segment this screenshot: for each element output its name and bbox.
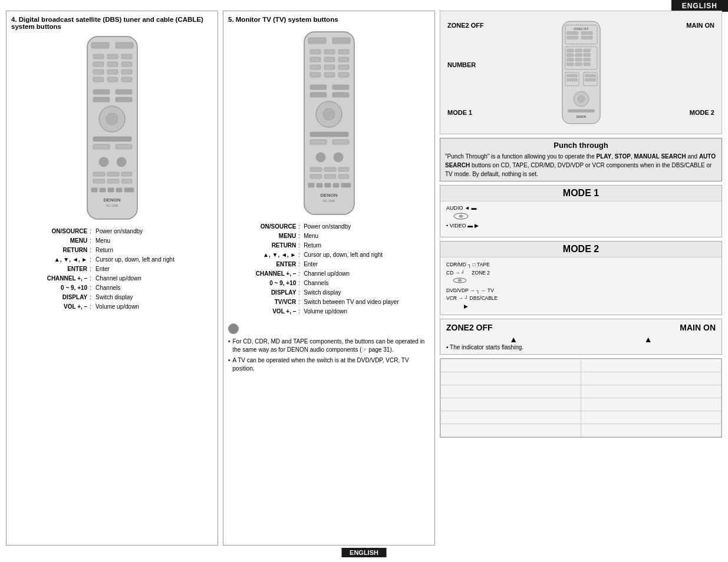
- svg-rect-61: [310, 140, 327, 144]
- mode1-cd-svg: [452, 212, 470, 220]
- dbs-btn-label: ENTER: [11, 265, 88, 274]
- svg-text:DENON: DENON: [320, 193, 337, 198]
- dbs-btn-colon: :: [88, 227, 94, 236]
- bottom-english-banner: ENGLISH: [341, 548, 387, 557]
- tv-btn-label: 0 ~ 9, +10: [228, 279, 297, 288]
- dbs-remote-area: DENON RC-1045: [11, 34, 213, 222]
- svg-rect-45: [310, 57, 321, 62]
- mode2-title: MODE 2: [440, 242, 722, 257]
- svg-rect-16: [116, 90, 132, 94]
- tv-btn-colon: :: [297, 307, 302, 316]
- svg-rect-22: [93, 144, 110, 149]
- dbs-btn-colon: :: [88, 265, 94, 274]
- right-section: ZONE2 OFF: [440, 11, 722, 546]
- dbs-button-list: ON/SOURCE : Power on/standby MENU : Menu…: [11, 227, 213, 312]
- tv-btn-label: MENU: [228, 232, 297, 241]
- svg-rect-25: [117, 157, 126, 167]
- dbs-btn-label: 0 ~ 9, +10: [11, 283, 88, 293]
- table-row: [441, 372, 722, 385]
- dbs-btn-label: ON/SOURCE: [11, 227, 88, 236]
- mode1-content: AUDIO ◄ ▬ • VIDEO ▬ ▶: [440, 201, 722, 237]
- tv-remote-area: DENON RC-1045: [228, 29, 430, 217]
- zone-section: ZONE2 OFF MAIN ON ▲ ▲ • The indicator st…: [440, 319, 722, 355]
- pt-text1: "Punch Through" is a function allowing y…: [445, 153, 597, 160]
- svg-rect-56: [310, 92, 327, 97]
- dbs-btn-label: CHANNEL +, –: [11, 274, 88, 283]
- tv-btn-label: RETURN: [228, 241, 297, 250]
- svg-rect-43: [324, 49, 335, 54]
- svg-rect-14: [121, 77, 132, 82]
- svg-rect-71: [308, 183, 314, 187]
- svg-rect-63: [316, 153, 325, 162]
- svg-rect-96: [575, 62, 582, 65]
- dbs-button-row: VOL +, – : Volume up/down: [11, 302, 213, 312]
- tv-remote-svg: DENON RC-1045: [295, 29, 363, 217]
- svg-rect-94: [583, 58, 590, 61]
- dbs-remote-svg: DENON RC-1045: [78, 34, 146, 222]
- svg-rect-3: [93, 54, 104, 59]
- bottom-data-table: [440, 359, 722, 437]
- dbs-btn-desc: Channels: [94, 283, 213, 293]
- tv-btn-desc: Channels: [302, 279, 430, 288]
- mode1-title: MODE 1: [440, 186, 722, 201]
- table-cell: [441, 372, 581, 385]
- dbs-button-row: 0 ~ 9, +10 : Channels: [11, 283, 213, 293]
- svg-rect-13: [107, 77, 118, 82]
- svg-rect-103: [585, 78, 595, 81]
- tv-note-item: •For CD, CDR, MD and TAPE components, th…: [228, 338, 430, 354]
- svg-rect-99: [566, 74, 577, 77]
- svg-rect-7: [107, 62, 118, 67]
- note-bullet: •: [228, 338, 230, 354]
- mode2-label: MODE 2: [690, 109, 714, 116]
- punch-through-section: Punch through "Punch Through" is a funct…: [440, 138, 722, 181]
- dbs-btn-label: ▲, ▼, ◄, ►: [11, 255, 88, 265]
- svg-rect-89: [566, 54, 574, 57]
- svg-rect-69: [324, 174, 336, 178]
- dbs-button-row: CHANNEL +, – : Channel up/down: [11, 274, 213, 283]
- svg-rect-84: [581, 36, 592, 39]
- tv-title: 5. Monitor TV (TV) system buttons: [228, 16, 430, 23]
- table-row: [441, 385, 722, 398]
- tv-btn-label: CHANNEL +, –: [228, 269, 297, 279]
- svg-rect-51: [310, 72, 321, 77]
- dbs-btn-desc: Channel up/down: [94, 274, 213, 283]
- svg-rect-50: [338, 65, 349, 70]
- svg-rect-70: [338, 174, 349, 178]
- tv-btn-colon: :: [297, 297, 302, 307]
- svg-rect-74: [333, 183, 339, 187]
- svg-text:DENON: DENON: [103, 197, 120, 203]
- svg-rect-93: [575, 58, 582, 61]
- svg-rect-62: [332, 140, 349, 144]
- dbs-btn-colon: :: [88, 236, 94, 246]
- tv-btn-colon: :: [297, 288, 302, 297]
- mode2-line3: DVD/VDP → ┐ ← TV: [446, 287, 716, 295]
- tv-button-row: MENU : Menu: [228, 232, 430, 241]
- note-bullet: •: [228, 356, 230, 373]
- svg-rect-32: [91, 188, 97, 192]
- dbs-btn-desc: Return: [94, 246, 213, 255]
- svg-rect-75: [341, 183, 351, 187]
- svg-rect-17: [93, 97, 110, 102]
- svg-rect-97: [583, 62, 590, 65]
- svg-point-59: [323, 108, 335, 120]
- dbs-btn-colon: :: [88, 293, 94, 302]
- dbs-button-row: DISPLAY : Switch display: [11, 293, 213, 302]
- tv-button-row: ON/SOURCE : Power on/standby: [228, 222, 430, 232]
- svg-rect-72: [317, 183, 322, 187]
- svg-text:RC-1045: RC-1045: [322, 199, 334, 203]
- svg-point-111: [458, 279, 462, 282]
- dbs-btn-label: RETURN: [11, 246, 88, 255]
- dbs-btn-colon: :: [88, 246, 94, 255]
- tv-btn-desc: Menu: [302, 232, 430, 241]
- svg-rect-91: [583, 54, 590, 57]
- table-cell: [581, 411, 722, 424]
- tv-button-row: ▲, ▼, ◄, ► : Cursor up, down, left and r…: [228, 250, 430, 260]
- tv-button-row: 0 ~ 9, +10 : Channels: [228, 279, 430, 288]
- tv-btn-desc: Switch between TV and video player: [302, 297, 430, 307]
- mode2-cd-icon: [451, 277, 716, 287]
- mode2-cd-svg: [451, 277, 469, 284]
- tv-button-row: TV/VCR : Switch between TV and video pla…: [228, 297, 430, 307]
- svg-rect-64: [334, 153, 343, 162]
- tv-button-list: ON/SOURCE : Power on/standby MENU : Menu…: [228, 222, 430, 316]
- dbs-btn-colon: :: [88, 274, 94, 283]
